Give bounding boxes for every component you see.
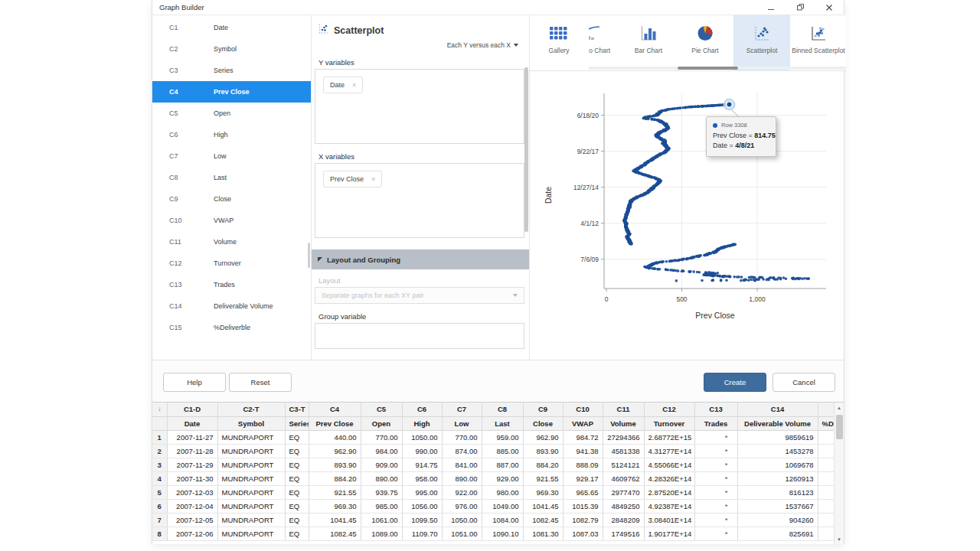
column-name-header[interactable]: Open	[361, 416, 402, 430]
gallery-tile-scatterplot[interactable]: Scatterplot	[733, 15, 790, 71]
table-scrollbar-thumb[interactable]	[836, 415, 843, 439]
table-cell[interactable]: 965.65	[563, 485, 603, 499]
table-cell[interactable]: 1089.00	[361, 527, 402, 540]
table-cell[interactable]: 969.30	[523, 485, 563, 499]
table-cell[interactable]: MUNDRAPORT	[217, 458, 285, 471]
column-name-header[interactable]: %Deliverble	[818, 416, 835, 430]
table-cell[interactable]: 1056.00	[402, 499, 442, 513]
gallery-scrollbar-thumb[interactable]	[678, 67, 738, 70]
column-name-header[interactable]: Close	[523, 416, 563, 430]
table-cell[interactable]	[818, 513, 835, 527]
column-id-header[interactable]: C1-D	[167, 403, 217, 416]
columns-list-scrollbar[interactable]	[308, 243, 310, 268]
table-cell[interactable]: 1082.45	[309, 527, 361, 540]
column-id-header[interactable]: C3-T	[285, 403, 309, 416]
table-cell[interactable]: 440.00	[309, 430, 361, 444]
reset-button[interactable]: Reset	[229, 373, 292, 392]
table-cell[interactable]: 4.92387E+14	[644, 499, 694, 513]
column-id-header[interactable]: C13	[694, 403, 737, 416]
table-cell[interactable]: 1049.00	[482, 499, 523, 513]
gallery-tile-bar-chart[interactable]: Bar Chart	[620, 15, 677, 71]
table-cell[interactable]: 939.75	[361, 485, 402, 499]
table-cell[interactable]: 1087.03	[563, 527, 603, 540]
table-cell[interactable]: 941.38	[563, 444, 603, 458]
column-id-header[interactable]: C4	[309, 403, 361, 416]
table-cell[interactable]: EQ	[285, 471, 309, 485]
table-cell[interactable]: 1041.45	[309, 513, 361, 527]
table-cell[interactable]: 976.00	[442, 499, 482, 513]
table-cell[interactable]: 969.30	[309, 499, 361, 513]
x-variable-chip[interactable]: Prev Close×	[323, 171, 382, 187]
column-id-header[interactable]: C8	[482, 403, 523, 416]
restore-icon[interactable]	[786, 0, 815, 15]
table-cell[interactable]: 770.00	[361, 430, 402, 444]
column-item-c10[interactable]: C10VWAP	[152, 210, 311, 231]
table-cell[interactable]: 1.90177E+14	[644, 527, 694, 540]
row-number[interactable]: 3	[152, 458, 167, 471]
x-variables-well[interactable]: Prev Close×	[315, 163, 524, 238]
gallery-tile-pareto-chart[interactable]: Pareto Chart	[589, 15, 620, 71]
row-number[interactable]: 2	[152, 444, 167, 458]
column-item-c13[interactable]: C13Trades	[152, 274, 311, 295]
table-cell[interactable]: *	[694, 499, 737, 513]
column-name-header[interactable]: Low	[442, 416, 482, 430]
table-cell[interactable]: 2007-11-30	[167, 471, 217, 485]
table-cell[interactable]: 884.20	[309, 471, 361, 485]
table-cell[interactable]: 990.00	[402, 444, 442, 458]
table-cell[interactable]: 5124121	[603, 458, 644, 471]
column-id-header[interactable]: C14	[737, 403, 818, 416]
create-button[interactable]: Create	[704, 373, 766, 392]
column-item-c2[interactable]: C2Symbol	[152, 38, 311, 60]
column-name-header[interactable]: High	[402, 416, 442, 430]
table-cell[interactable]: 2007-12-03	[167, 485, 217, 499]
minimize-icon[interactable]	[756, 0, 786, 15]
column-item-c9[interactable]: C9Close	[152, 188, 311, 210]
table-cell[interactable]	[818, 485, 835, 499]
column-name-header[interactable]: Volume	[603, 416, 644, 430]
table-cell[interactable]: 27294366	[603, 430, 644, 444]
table-cell[interactable]: 4.31277E+14	[644, 444, 694, 458]
table-cell[interactable]: EQ	[285, 485, 309, 499]
column-id-header[interactable]: C11	[603, 403, 644, 416]
table-cell[interactable]: 816123	[737, 485, 818, 499]
table-cell[interactable]: *	[694, 485, 737, 499]
table-cell[interactable]: 2007-11-29	[167, 458, 217, 471]
column-name-header[interactable]: Series	[285, 416, 309, 430]
table-cell[interactable]: 2007-12-05	[167, 513, 217, 527]
close-icon[interactable]	[815, 0, 844, 15]
table-cell[interactable]: 893.90	[523, 444, 563, 458]
table-cell[interactable]: MUNDRAPORT	[217, 499, 285, 513]
table-cell[interactable]	[818, 458, 835, 471]
column-id-header[interactable]: C9	[523, 403, 563, 416]
table-cell[interactable]: 980.00	[482, 485, 523, 499]
column-item-c12[interactable]: C12Turnover	[152, 253, 311, 274]
table-cell[interactable]: 770.00	[442, 430, 482, 444]
column-name-header[interactable]: Symbol	[217, 416, 285, 430]
column-name-header[interactable]: Trades	[694, 416, 737, 430]
table-cell[interactable]: *	[694, 471, 737, 485]
table-cell[interactable]: 1081.30	[523, 527, 563, 540]
table-cell[interactable]: 921.55	[309, 485, 361, 499]
remove-icon[interactable]: ×	[352, 81, 356, 89]
table-cell[interactable]: 958.00	[402, 471, 442, 485]
table-cell[interactable]: 825691	[737, 527, 818, 540]
column-item-c1[interactable]: C1Date	[152, 17, 311, 38]
column-item-c4[interactable]: C4Prev Close	[152, 81, 311, 103]
table-cell[interactable]: 914.75	[402, 458, 442, 471]
table-cell[interactable]: 1099.50	[402, 513, 442, 527]
table-cell[interactable]: 1109.70	[402, 527, 442, 540]
column-id-header[interactable]	[818, 403, 835, 416]
table-cell[interactable]: 2977470	[603, 485, 644, 499]
table-cell[interactable]: 2007-12-06	[167, 527, 217, 540]
table-cell[interactable]: 841.00	[442, 458, 482, 471]
table-cell[interactable]: *	[694, 513, 737, 527]
column-item-c7[interactable]: C7Low	[152, 145, 311, 167]
table-cell[interactable]: *	[694, 527, 737, 540]
table-cell[interactable]: 1061.00	[361, 513, 402, 527]
table-cell[interactable]: 962.90	[309, 444, 361, 458]
column-name-header[interactable]: Date	[167, 416, 217, 430]
table-cell[interactable]: 1015.39	[563, 499, 603, 513]
scroll-down-icon[interactable]: ▼	[835, 534, 844, 544]
column-id-header[interactable]: C7	[442, 403, 482, 416]
table-cell[interactable]: 890.00	[361, 471, 402, 485]
